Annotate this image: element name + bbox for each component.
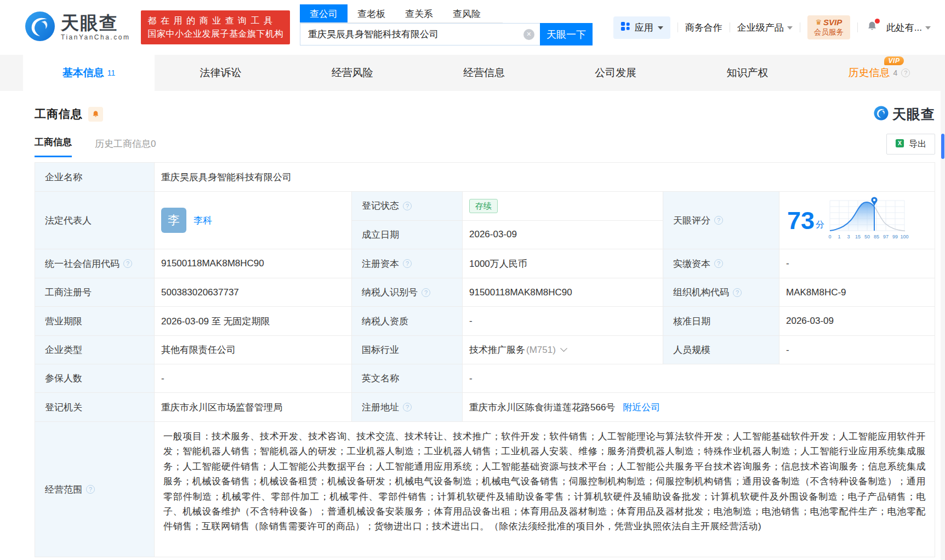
nav-cooperation[interactable]: 商务合作 bbox=[685, 21, 722, 34]
search-tab-risk[interactable]: 查风险 bbox=[443, 4, 491, 22]
table-row: 企业名称 重庆昊辰具身智能科技有限公司 bbox=[35, 163, 935, 192]
label-staff-size: 人员规模 bbox=[673, 344, 710, 356]
subtab-business-info[interactable]: 工商信息 bbox=[35, 136, 72, 157]
reg-address-value-cell: 重庆市永川区陈食街道莲花路566号 附近公司 bbox=[463, 393, 935, 421]
search-area: 查公司 查老板 查关系 查风险 ✕ 天眼一下 bbox=[300, 4, 593, 45]
search-tab-company[interactable]: 查公司 bbox=[300, 4, 348, 22]
divider bbox=[857, 22, 858, 32]
search-row: ✕ 天眼一下 bbox=[300, 23, 593, 45]
monitor-bell-button[interactable] bbox=[88, 107, 103, 122]
question-icon[interactable]: ? bbox=[86, 485, 95, 494]
apps-label: 应用 bbox=[635, 21, 653, 34]
search-tab-relation[interactable]: 查关系 bbox=[395, 4, 443, 22]
reg-status-value-cell: 存续 bbox=[463, 192, 663, 220]
question-icon[interactable]: ? bbox=[733, 288, 742, 297]
value-insured-count: - bbox=[161, 373, 164, 384]
label-insured-count: 参保人数 bbox=[45, 372, 82, 385]
label-approval-date: 核准日期 bbox=[673, 315, 710, 328]
question-icon[interactable]: ? bbox=[714, 259, 723, 268]
search-tab-boss[interactable]: 查老板 bbox=[348, 4, 395, 22]
site-header: 天眼查 TianYanCha.com 都在用的商业查询工具 国家中小企业发展子基… bbox=[0, 0, 945, 55]
nearby-companies-link[interactable]: 附近公司 bbox=[623, 401, 660, 414]
site-logo[interactable]: 天眼查 TianYanCha.com bbox=[25, 11, 130, 44]
search-button[interactable]: 天眼一下 bbox=[540, 23, 593, 45]
business-scope-value-cell: 一般项目：技术服务、技术开发、技术咨询、技术交流、技术转让、技术推广；软件开发；… bbox=[155, 422, 935, 557]
question-icon[interactable]: ? bbox=[422, 288, 430, 297]
score-value: 73 bbox=[787, 208, 815, 233]
establish-date-subrow: 成立日期 2026-03-09 bbox=[352, 221, 663, 249]
question-icon[interactable]: ? bbox=[901, 68, 910, 77]
label-reg-capital: 注册资本 bbox=[362, 258, 399, 270]
subtab-history-business-info[interactable]: 历史工商信息0 bbox=[95, 138, 156, 157]
status-date-subtable: 登记状态 ? 存续 成立日期 2026-03-09 bbox=[352, 192, 663, 249]
reg-status-subrow: 登记状态 ? 存续 bbox=[352, 192, 663, 221]
svg-text:X: X bbox=[898, 140, 902, 146]
scrollbar-thumb[interactable] bbox=[941, 134, 944, 159]
logo-swirl-icon bbox=[25, 11, 55, 44]
reg-status-label-cell: 登记状态 ? bbox=[352, 192, 463, 220]
taxpayer-quality-label-cell: 纳税人资质 bbox=[352, 307, 463, 335]
export-button[interactable]: X 导出 bbox=[886, 134, 935, 155]
tab-company-development[interactable]: 公司发展 bbox=[550, 55, 681, 91]
insured-count-label-cell: 参保人数 bbox=[35, 364, 155, 392]
reg-authority-label-cell: 登记机关 bbox=[35, 393, 155, 421]
slogan-badge: 都在用的商业查询工具 国家中小企业发展子基金旗下机构 bbox=[141, 10, 290, 44]
legal-rep-link[interactable]: 李科 bbox=[193, 214, 212, 227]
apps-button[interactable]: 应用 bbox=[613, 16, 670, 39]
table-row: 企业类型 其他有限责任公司 国标行业 技术推广服务 (M751) 人员规模 - bbox=[35, 336, 935, 364]
svg-text:15: 15 bbox=[855, 234, 861, 239]
label-legal-rep: 法定代表人 bbox=[45, 214, 92, 227]
score-unit: 分 bbox=[816, 219, 824, 231]
tab-basic-info[interactable]: 基本信息 11 bbox=[23, 55, 155, 91]
value-business-scope: 一般项目：技术服务、技术开发、技术咨询、技术交流、技术转让、技术推广；软件开发；… bbox=[163, 429, 926, 534]
value-staff-size: - bbox=[786, 345, 789, 356]
staff-size-value-cell: - bbox=[779, 336, 935, 364]
label-company-name: 企业名称 bbox=[45, 171, 82, 184]
section-title: 工商信息 bbox=[35, 106, 83, 122]
value-reg-authority: 重庆市永川区市场监督管理局 bbox=[161, 401, 282, 414]
scrollbar-track[interactable] bbox=[941, 91, 945, 560]
svg-text:100: 100 bbox=[901, 234, 909, 239]
question-icon[interactable]: ? bbox=[403, 202, 412, 210]
search-input[interactable] bbox=[308, 29, 523, 40]
question-icon[interactable]: ? bbox=[403, 403, 412, 412]
svip-member-button[interactable]: ♛ SVIP 会员服务 bbox=[807, 15, 850, 39]
search-tabs: 查公司 查老板 查关系 查风险 bbox=[300, 4, 503, 23]
table-row: 营业期限 2026-03-09 至 无固定期限 纳税人资质 - 核准日期 202… bbox=[35, 307, 935, 336]
industry-value-cell: 技术推广服务 (M751) bbox=[463, 336, 663, 364]
insured-count-value-cell: - bbox=[155, 364, 352, 392]
reg-capital-value-cell: 1000万人民币 bbox=[463, 249, 663, 278]
tab-operation-risk[interactable]: 经营风险 bbox=[287, 55, 418, 91]
tyc-score-value-cell: 73 分 bbox=[779, 192, 935, 249]
industry-code: (M751) bbox=[526, 345, 556, 356]
logo-title: 天眼查 bbox=[61, 14, 130, 32]
tab-legal-litigation[interactable]: 法律诉讼 bbox=[155, 55, 286, 91]
paid-capital-value-cell: - bbox=[779, 249, 935, 278]
reg-number-label-cell: 工商注册号 bbox=[35, 278, 155, 306]
chart-x-ticks: 0 1 3 15 50 85 97 99 100 bbox=[829, 234, 909, 239]
label-taxpayer-id: 纳税人识别号 bbox=[362, 286, 418, 299]
establish-date-label-cell: 成立日期 bbox=[352, 221, 463, 249]
credit-code-label-cell: 统一社会信用代码 ? bbox=[35, 249, 155, 278]
value-paid-capital: - bbox=[786, 258, 789, 269]
establish-date-value-cell: 2026-03-09 bbox=[463, 221, 663, 249]
question-icon[interactable]: ? bbox=[403, 259, 412, 268]
tab-history-info[interactable]: 历史信息 VIP 4 ? bbox=[813, 55, 945, 91]
notification-bell-button[interactable] bbox=[866, 20, 878, 35]
question-icon[interactable]: ? bbox=[123, 259, 132, 268]
search-clear-icon[interactable]: ✕ bbox=[523, 29, 534, 40]
approval-date-label-cell: 核准日期 bbox=[663, 307, 779, 335]
question-icon[interactable]: ? bbox=[714, 216, 723, 225]
user-menu[interactable]: 此处有... bbox=[886, 21, 931, 34]
tab-operation-info[interactable]: 经营信息 bbox=[418, 55, 550, 91]
value-industry: 技术推广服务 bbox=[469, 344, 525, 356]
legal-rep-avatar[interactable]: 李 bbox=[161, 208, 186, 233]
org-code-label-cell: 组织机构代码 ? bbox=[663, 278, 779, 306]
label-reg-authority: 登记机关 bbox=[45, 401, 82, 414]
nav-enterprise-products[interactable]: 企业级产品 bbox=[737, 21, 793, 34]
chevron-down-icon[interactable] bbox=[560, 345, 567, 352]
table-row: 法定代表人 李 李科 登记状态 ? 存续 bbox=[35, 192, 935, 249]
svg-text:50: 50 bbox=[864, 234, 870, 239]
tab-intellectual-property[interactable]: 知识产权 bbox=[681, 55, 813, 91]
subtab-row: 工商信息 历史工商信息0 X 导出 bbox=[35, 131, 935, 157]
